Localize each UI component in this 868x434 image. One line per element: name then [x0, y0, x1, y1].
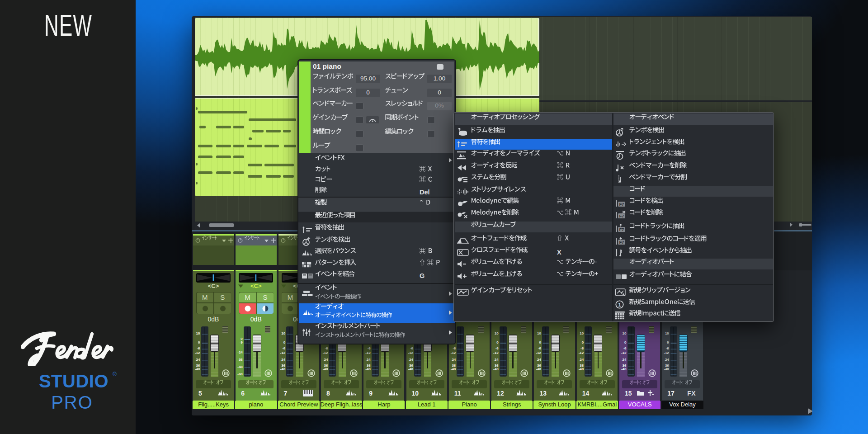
svg-text:F7: F7 [619, 227, 624, 232]
svg-text:F7: F7 [619, 214, 624, 218]
svg-text:F7: F7 [619, 240, 624, 245]
svg-text:1: 1 [618, 302, 621, 307]
svg-text:F7: F7 [619, 202, 624, 207]
